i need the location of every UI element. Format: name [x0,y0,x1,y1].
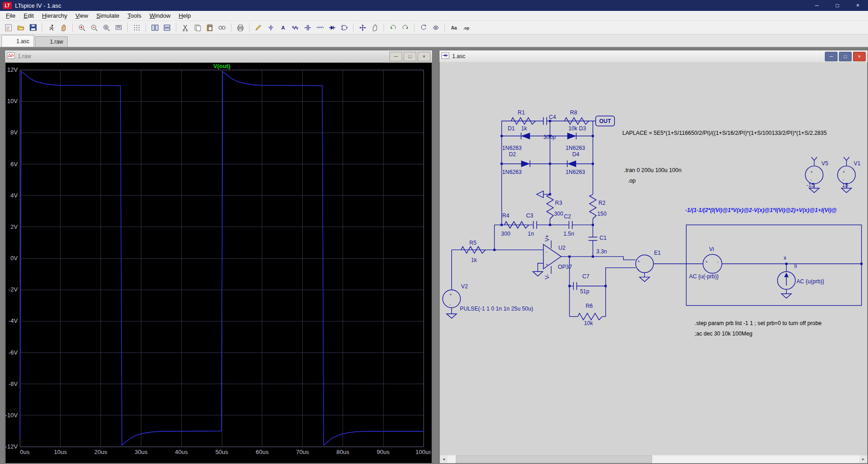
menu-help[interactable]: Help [175,11,195,20]
child-minimize-button[interactable]: ─ [389,52,402,61]
toolbar-separator [411,23,414,32]
scroll-right-button[interactable]: ► [859,455,867,463]
child-restore-button[interactable]: □ [839,52,852,61]
label-Ii-name: Ii [794,263,797,269]
plot-legend-vout[interactable]: V(out) [213,63,230,69]
toolbar-print-button[interactable] [234,22,246,34]
close-button[interactable]: × [848,0,868,11]
directive-ac: ;ac dec 30 10k 100Meg [694,331,752,337]
menu-tools[interactable]: Tools [124,11,145,20]
toolbar-pan-button[interactable] [112,22,125,34]
toolbar-spice-directive-button[interactable]: .op [460,22,472,34]
svg-text:+: + [637,259,640,264]
scrollbar-thumb[interactable] [456,455,652,463]
component-D4[interactable] [567,160,576,167]
component-C1[interactable] [589,237,598,240]
toolbar-inductor-button[interactable] [314,22,326,34]
toolbar-paste-button[interactable] [204,22,216,34]
waveform-plot-area[interactable]: 0us10us20us30us40us50us60us70us80us90us1… [5,63,432,463]
y-tick-label: 2V [10,223,18,230]
minimize-button[interactable]: ─ [807,0,827,11]
toolbar-redo-button[interactable] [399,22,411,34]
menu-hierarchy[interactable]: Hierarchy [38,11,71,20]
component-R6[interactable] [578,313,603,320]
zoom-back-icon [90,24,98,32]
component-E1[interactable]: +- [636,255,653,272]
toolbar-find-button[interactable] [216,22,228,34]
child-restore-button[interactable]: □ [404,52,416,61]
component-Ii[interactable] [778,271,795,289]
label-V2-value: PULSE(-1 1 0 1n 1n 25u 50u) [460,306,533,312]
toolbar-zoom-back-button[interactable] [88,22,100,34]
toolbar-capacitor-button[interactable] [301,22,314,34]
schematic-icon [6,37,14,45]
scroll-left-button[interactable]: ◄ [440,455,448,463]
component-D1[interactable] [521,133,530,139]
inductor-icon [316,24,324,32]
toolbar-undo-button[interactable] [387,22,399,34]
schematic-canvas[interactable]: -+ +- +- +- [440,63,867,455]
toolbar-open-button[interactable] [15,22,27,34]
component-V2[interactable]: +- [443,290,460,308]
tab-label: 1.raw [50,39,63,45]
component-C2[interactable] [569,221,572,229]
toolbar-mirror-button[interactable] [429,22,442,34]
component-D3[interactable] [567,133,576,139]
component-C7[interactable] [574,282,577,290]
tab-1-asc[interactable]: 1.asc [1,35,34,47]
component-Vi[interactable]: +- [703,254,722,273]
component-C4[interactable] [544,117,547,125]
menu-window[interactable]: Window [145,11,175,20]
toolbar-copy-button[interactable] [191,22,204,34]
child-minimize-button[interactable]: ─ [825,52,838,61]
component-R2[interactable] [589,194,596,219]
menu-simulate[interactable]: Simulate [92,11,124,20]
toolbar-ground-button[interactable] [264,22,277,34]
toolbar-text-button[interactable]: Aa [448,22,460,34]
tile-vertical-icon [151,24,159,32]
toolbar-grid-button[interactable] [130,22,143,34]
toolbar-tile-vertical-button[interactable] [149,22,161,34]
spice-directive-icon: .op [462,24,470,32]
waveform-window-titlebar[interactable]: 1.raw ─ □ × [5,50,432,62]
horizontal-scrollbar[interactable]: ◄ ► [440,455,867,463]
label-R1-value: 1k [521,125,528,132]
toolbar-save-button[interactable] [27,22,39,34]
tab-1-raw[interactable]: 1.raw [35,36,68,47]
toolbar-new-schematic-button[interactable] [2,22,15,34]
out-port-label[interactable]: OUT [596,116,615,126]
menubar: FileEditHierarchyViewSimulateToolsWindow… [0,11,868,21]
maximize-button[interactable]: □ [827,0,848,11]
component-D2[interactable] [521,160,530,167]
new-schematic-icon [5,24,13,32]
toolbar-drag-button[interactable] [369,22,381,34]
toolbar-cut-button[interactable] [179,22,191,34]
menu-edit[interactable]: Edit [20,11,38,20]
toolbar-halt-button[interactable] [57,22,70,34]
toolbar-tile-horizontal-button[interactable] [161,22,173,34]
toolbar-zoom-full-button[interactable] [100,22,112,34]
net-flag-icon[interactable] [537,191,544,198]
probe-box [686,225,861,305]
y-tick-label: 8V [10,129,18,136]
child-close-button[interactable]: × [418,52,430,61]
toolbar-rotate-button[interactable] [417,22,429,34]
toolbar-run-button[interactable] [45,22,57,34]
toolbar-diode-button[interactable] [326,22,338,34]
toolbar-zoom-area-button[interactable] [75,22,88,34]
toolbar-separator [381,23,384,32]
toolbar-wire-button[interactable] [252,22,264,34]
component-R3[interactable] [547,194,554,219]
toolbar-move-button[interactable] [356,22,369,34]
component-C3[interactable] [534,221,537,229]
toolbar-resistor-button[interactable] [289,22,301,34]
child-close-button[interactable]: × [853,52,866,61]
label-R4-name: R4 [502,212,509,219]
toolbar-label-net-button[interactable]: A [277,22,289,34]
schematic-window-titlebar[interactable]: 1.asc ─ □ × [439,50,868,62]
zoom-area-icon [78,24,86,32]
waveform-icon [40,38,48,46]
toolbar-component-button[interactable] [338,22,350,34]
menu-file[interactable]: File [2,11,20,20]
menu-view[interactable]: View [71,11,92,20]
